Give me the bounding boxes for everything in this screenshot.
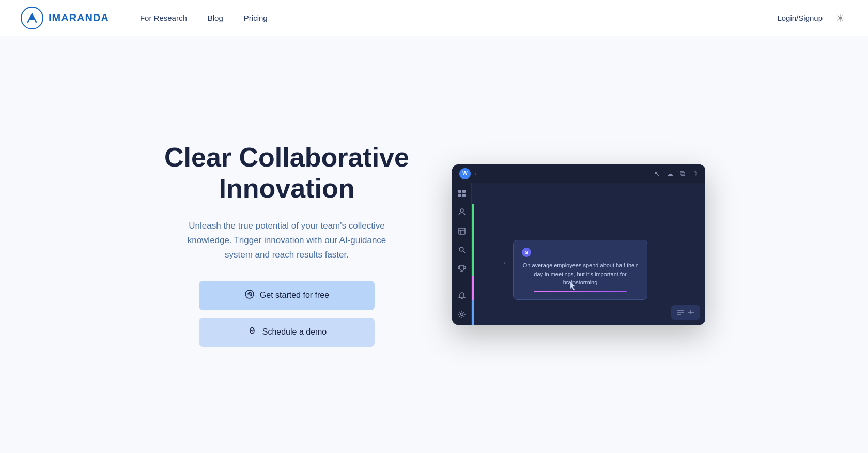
schedule-demo-button[interactable]: Schedule a demo xyxy=(199,318,375,347)
schedule-demo-label: Schedule a demo xyxy=(262,327,327,337)
app-window: W › ↖ ☁ ⧉ ☽ xyxy=(452,164,705,325)
svg-point-1 xyxy=(30,16,34,20)
svg-rect-8 xyxy=(459,228,465,234)
app-titlebar-left: W › xyxy=(459,168,477,179)
titlebar-chevron-icon: › xyxy=(475,170,477,177)
hero-title: Clear Collaborative Innovation xyxy=(163,142,411,204)
svg-rect-4 xyxy=(462,190,466,193)
toolbar-dash-icon[interactable] xyxy=(687,308,695,316)
moon-icon[interactable]: ☽ xyxy=(691,170,698,178)
canvas-color-stripe xyxy=(472,204,474,325)
hero-section: Clear Collaborative Innovation Unleash t… xyxy=(0,36,868,453)
navbar: IMARANDA For Research Blog Pricing Login… xyxy=(0,0,868,36)
get-started-label: Get started for free xyxy=(260,291,329,300)
nav-right: Login/Signup ☀ xyxy=(777,11,847,25)
copy-icon[interactable]: ⧉ xyxy=(680,169,685,178)
app-titlebar-icons: ↖ ☁ ⧉ ☽ xyxy=(654,169,698,178)
node-card-text: On average employees spend about half th… xyxy=(522,261,639,287)
nav-blog[interactable]: Blog xyxy=(208,13,223,22)
hero-left: Clear Collaborative Innovation Unleash t… xyxy=(163,142,411,347)
cursor-icon[interactable]: ↖ xyxy=(654,170,660,178)
login-signup-link[interactable]: Login/Signup xyxy=(777,13,823,22)
toolbar-list-icon[interactable] xyxy=(676,308,685,316)
svg-point-11 xyxy=(459,247,463,251)
node-card: G On average employees spend about half … xyxy=(513,240,647,300)
svg-rect-3 xyxy=(458,190,461,193)
svg-point-15 xyxy=(460,313,463,315)
logo-icon xyxy=(21,7,43,29)
sidebar-search-icon[interactable] xyxy=(456,245,468,255)
logo-link[interactable]: IMARANDA xyxy=(21,7,109,29)
schedule-demo-icon xyxy=(247,326,257,339)
get-started-icon xyxy=(244,289,255,302)
svg-line-12 xyxy=(463,251,465,253)
node-card-header: G xyxy=(522,248,639,257)
sidebar-grid-icon[interactable] xyxy=(456,188,468,199)
brand-name: IMARANDA xyxy=(49,12,109,24)
sidebar-trophy-icon[interactable] xyxy=(456,263,468,274)
node-avatar: G xyxy=(522,248,531,257)
sidebar-user-icon[interactable] xyxy=(456,207,468,217)
hero-subtitle: Unleash the true potential of your team'… xyxy=(183,219,390,262)
nav-for-research[interactable]: For Research xyxy=(140,13,187,22)
svg-point-7 xyxy=(460,209,463,212)
app-logo-small: W xyxy=(459,168,471,179)
theme-toggle-button[interactable]: ☀ xyxy=(833,11,847,25)
app-canvas: → G On average employees spend about hal… xyxy=(472,183,705,325)
hero-right: W › ↖ ☁ ⧉ ☽ xyxy=(452,164,705,325)
nav-pricing[interactable]: Pricing xyxy=(244,13,268,22)
sidebar-frame-icon[interactable] xyxy=(456,226,468,236)
app-sidebar xyxy=(452,183,472,325)
canvas-arrow: → xyxy=(498,258,507,268)
node-card-underline xyxy=(534,291,627,292)
sidebar-settings-icon[interactable] xyxy=(456,309,468,320)
app-bottom-toolbar xyxy=(671,305,700,320)
hero-buttons: Get started for free Schedule a demo xyxy=(199,281,375,347)
get-started-button[interactable]: Get started for free xyxy=(199,281,375,310)
app-body: → G On average employees spend about hal… xyxy=(452,183,705,325)
svg-rect-5 xyxy=(458,194,461,197)
cloud-icon[interactable]: ☁ xyxy=(667,170,674,178)
nav-links: For Research Blog Pricing xyxy=(140,13,778,22)
sidebar-bell-icon[interactable] xyxy=(456,290,468,300)
app-titlebar: W › ↖ ☁ ⧉ ☽ xyxy=(452,164,705,183)
svg-rect-6 xyxy=(462,194,466,197)
canvas-cursor xyxy=(570,281,577,289)
